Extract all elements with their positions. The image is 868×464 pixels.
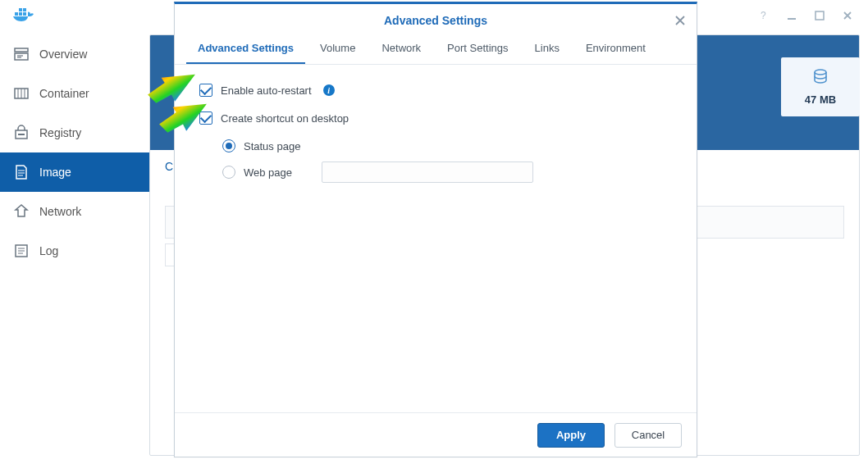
svg-rect-17	[18, 134, 25, 135]
tab-label: Links	[535, 42, 560, 54]
dialog-close-button[interactable]	[672, 12, 688, 29]
sidebar-item-container[interactable]: Container	[0, 74, 149, 113]
maximize-button[interactable]	[806, 4, 834, 27]
row-create-shortcut: Create shortcut on desktop	[199, 106, 675, 130]
sidebar-item-log[interactable]: Log	[0, 231, 149, 271]
tab-label: Network	[381, 42, 421, 54]
tab-links[interactable]: Links	[523, 35, 571, 64]
sidebar-item-label: Log	[39, 244, 58, 257]
list-row-fragment: C	[165, 160, 173, 173]
info-icon[interactable]: i	[323, 84, 335, 96]
image-icon	[13, 164, 30, 180]
tab-environment[interactable]: Environment	[574, 35, 657, 64]
svg-rect-4	[23, 8, 26, 11]
tab-network[interactable]: Network	[370, 35, 432, 64]
enable-auto-restart-label: Enable auto-restart	[221, 84, 312, 97]
create-shortcut-label: Create shortcut on desktop	[221, 112, 349, 125]
web-page-url-input[interactable]	[322, 161, 533, 183]
tab-port-settings[interactable]: Port Settings	[436, 35, 519, 64]
tab-label: Environment	[586, 42, 646, 54]
sidebar-item-registry[interactable]: Registry	[0, 113, 149, 152]
sidebar-item-network[interactable]: Network	[0, 192, 149, 231]
svg-rect-0	[15, 12, 18, 16]
dialog-tabs: Advanced Settings Volume Network Port Se…	[175, 37, 697, 65]
dialog-header: Advanced Settings	[175, 4, 697, 37]
row-web-page: Web page	[222, 160, 675, 184]
status-page-label: Status page	[244, 140, 300, 152]
network-icon	[13, 203, 30, 220]
svg-point-26	[815, 70, 826, 75]
container-icon	[13, 85, 30, 102]
tab-label: Advanced Settings	[198, 42, 294, 54]
registry-icon	[13, 125, 30, 141]
tab-label: Volume	[320, 42, 355, 54]
svg-rect-7	[815, 11, 824, 20]
svg-text:?: ?	[761, 10, 766, 21]
sidebar-item-label: Overview	[39, 48, 87, 61]
close-button[interactable]	[834, 4, 861, 27]
sidebar-item-image[interactable]: Image	[0, 152, 149, 192]
log-icon	[13, 243, 30, 259]
advanced-settings-dialog: Advanced Settings Advanced Settings Volu…	[174, 2, 697, 457]
app-window: ? Overview Container Registry Image	[0, 0, 868, 464]
minimize-button[interactable]	[778, 4, 806, 27]
dialog-title: Advanced Settings	[384, 14, 487, 27]
sidebar-item-label: Image	[39, 166, 71, 179]
dialog-form: Enable auto-restart i Create shortcut on…	[175, 65, 697, 184]
tab-label: Port Settings	[447, 42, 508, 54]
docker-logo-icon	[11, 6, 34, 26]
database-icon	[811, 68, 829, 89]
svg-rect-6	[788, 18, 796, 20]
tab-volume[interactable]: Volume	[308, 35, 367, 64]
button-label: Apply	[556, 429, 586, 441]
enable-auto-restart-checkbox[interactable]	[199, 84, 212, 97]
svg-rect-8	[15, 48, 28, 52]
cancel-button[interactable]: Cancel	[614, 423, 682, 448]
web-page-radio[interactable]	[222, 166, 235, 179]
apply-button[interactable]: Apply	[537, 423, 605, 448]
row-status-page: Status page	[222, 134, 675, 158]
status-page-radio[interactable]	[222, 139, 235, 152]
svg-rect-1	[19, 12, 22, 16]
create-shortcut-checkbox[interactable]	[199, 111, 212, 125]
svg-rect-9	[15, 53, 28, 60]
tab-advanced-settings[interactable]: Advanced Settings	[186, 35, 305, 64]
svg-rect-3	[19, 8, 22, 11]
overview-icon	[13, 46, 30, 62]
size-value: 47 MB	[805, 93, 836, 106]
size-tile: 47 MB	[781, 57, 860, 116]
sidebar: Overview Container Registry Image Networ…	[0, 31, 149, 464]
web-page-label: Web page	[244, 166, 292, 179]
svg-rect-2	[23, 12, 26, 16]
sidebar-item-label: Network	[39, 205, 81, 218]
sidebar-item-overview[interactable]: Overview	[0, 34, 149, 74]
sidebar-item-label: Container	[39, 87, 89, 100]
svg-marker-21	[16, 205, 27, 216]
help-button[interactable]: ?	[750, 4, 778, 27]
row-enable-auto-restart: Enable auto-restart i	[199, 78, 675, 102]
dialog-footer: Apply Cancel	[175, 412, 697, 457]
button-label: Cancel	[632, 429, 665, 441]
sidebar-item-label: Registry	[39, 126, 81, 139]
